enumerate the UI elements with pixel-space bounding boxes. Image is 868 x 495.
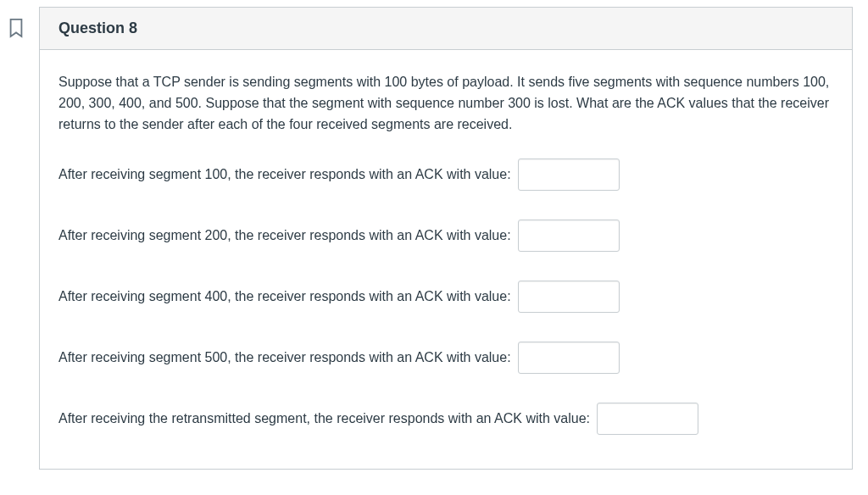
answer-input-4[interactable] xyxy=(518,342,620,374)
answer-label: After receiving segment 100, the receive… xyxy=(58,167,511,182)
answer-input-5[interactable] xyxy=(597,403,698,435)
question-header: Question 8 xyxy=(40,8,852,50)
question-body: Suppose that a TCP sender is sending seg… xyxy=(40,50,852,469)
answer-input-2[interactable] xyxy=(518,220,620,252)
bookmark-outline-icon xyxy=(7,17,25,42)
answer-row: After receiving segment 400, the receive… xyxy=(58,281,833,313)
question-title: Question 8 xyxy=(58,19,137,37)
answer-row: After receiving segment 200, the receive… xyxy=(58,220,833,252)
answer-input-3[interactable] xyxy=(518,281,620,313)
answer-label: After receiving segment 200, the receive… xyxy=(58,228,511,243)
answer-input-1[interactable] xyxy=(518,159,620,191)
question-card: Question 8 Suppose that a TCP sender is … xyxy=(39,7,853,470)
answer-label: After receiving segment 500, the receive… xyxy=(58,350,511,365)
answer-label: After receiving the retransmitted segmen… xyxy=(58,411,590,426)
answer-row: After receiving segment 500, the receive… xyxy=(58,342,833,374)
question-prompt: Suppose that a TCP sender is sending seg… xyxy=(58,72,833,135)
answer-row: After receiving segment 100, the receive… xyxy=(58,159,833,191)
answer-row: After receiving the retransmitted segmen… xyxy=(58,403,833,435)
answer-label: After receiving segment 400, the receive… xyxy=(58,289,511,304)
